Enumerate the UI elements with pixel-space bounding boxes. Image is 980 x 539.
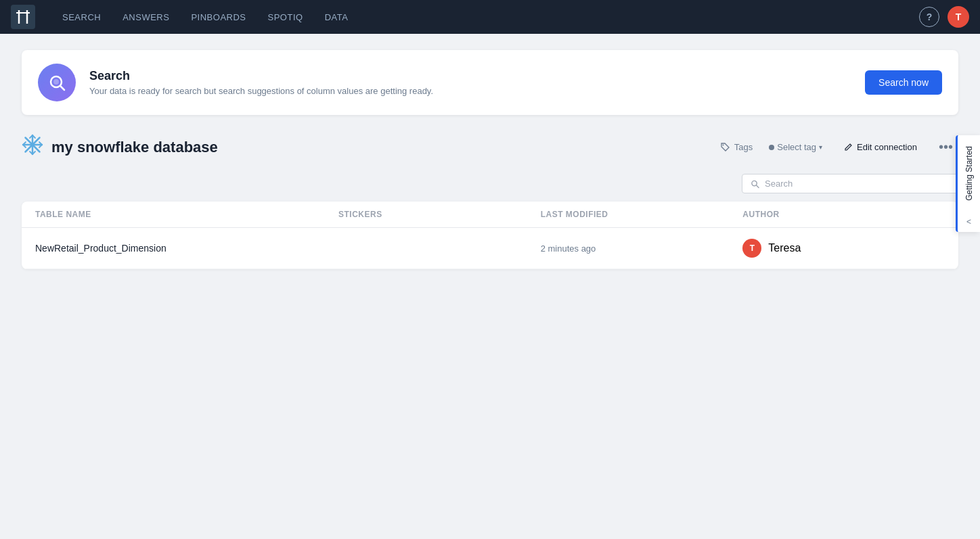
cell-author: T Teresa xyxy=(742,239,945,258)
author-name: Teresa xyxy=(768,242,801,254)
database-title: my snowflake database xyxy=(51,139,218,156)
collapse-chevron-icon[interactable]: < xyxy=(961,212,977,232)
search-icon xyxy=(751,179,759,189)
svg-line-5 xyxy=(60,86,64,90)
search-banner: Search Your data is ready for search but… xyxy=(22,50,958,115)
svg-point-19 xyxy=(722,144,723,145)
snowflake-icon xyxy=(22,134,43,160)
svg-line-21 xyxy=(757,185,759,187)
database-header: my snowflake database Tags Select tag ▾ … xyxy=(22,134,958,160)
pencil-icon xyxy=(844,143,853,151)
logo[interactable] xyxy=(11,5,35,29)
getting-started-panel: Getting Started < xyxy=(956,135,980,232)
chevron-down-icon: ▾ xyxy=(819,143,822,151)
search-banner-subtitle: Your data is ready for search but search… xyxy=(89,86,851,96)
search-banner-text: Search Your data is ready for search but… xyxy=(89,69,851,96)
table-header: Table name Stickers Last modified Author xyxy=(22,202,958,228)
tags-label[interactable]: Tags xyxy=(721,142,753,152)
search-icon-circle xyxy=(38,64,76,101)
svg-point-6 xyxy=(53,79,59,85)
nav-search[interactable]: SEARCH xyxy=(62,12,101,22)
help-button[interactable]: ? xyxy=(919,7,939,27)
nav-answers[interactable]: ANSWERS xyxy=(122,12,169,22)
nav-pinboards[interactable]: PINBOARDS xyxy=(191,12,246,22)
navbar: SEARCH ANSWERS PINBOARDS SPOTIQ DATA ? T xyxy=(0,0,980,34)
svg-point-20 xyxy=(752,181,757,185)
user-avatar[interactable]: T xyxy=(948,6,969,28)
tag-icon xyxy=(721,143,730,152)
col-author: Author xyxy=(742,210,945,219)
table-search-input[interactable] xyxy=(765,179,950,189)
database-actions: Tags Select tag ▾ Edit connection ••• xyxy=(721,137,958,158)
data-table: Table name Stickers Last modified Author… xyxy=(22,202,958,269)
table-search-container xyxy=(742,174,958,193)
col-table-name: Table name xyxy=(35,210,338,219)
edit-connection-button[interactable]: Edit connection xyxy=(839,139,922,155)
cell-table-name: NewRetail_Product_Dimension xyxy=(35,243,338,254)
select-tag-button[interactable]: Select tag ▾ xyxy=(763,139,828,155)
more-options-button[interactable]: ••• xyxy=(933,137,958,158)
search-now-button[interactable]: Search now xyxy=(865,70,942,95)
main-content: Search Your data is ready for search but… xyxy=(0,34,980,285)
col-stickers: Stickers xyxy=(338,210,541,219)
svg-rect-0 xyxy=(11,5,35,29)
search-banner-title: Search xyxy=(89,69,851,83)
getting-started-label[interactable]: Getting Started xyxy=(959,135,979,212)
author-avatar: T xyxy=(742,239,761,258)
tag-dot-icon xyxy=(769,145,774,150)
col-last-modified: Last modified xyxy=(541,210,743,219)
nav-spotiq[interactable]: SPOTIQ xyxy=(268,12,303,22)
nav-data[interactable]: DATA xyxy=(325,12,349,22)
search-row xyxy=(22,174,958,193)
cell-last-modified: 2 minutes ago xyxy=(541,243,743,254)
navbar-right: ? T xyxy=(919,6,969,28)
table-row[interactable]: NewRetail_Product_Dimension 2 minutes ag… xyxy=(22,228,958,269)
